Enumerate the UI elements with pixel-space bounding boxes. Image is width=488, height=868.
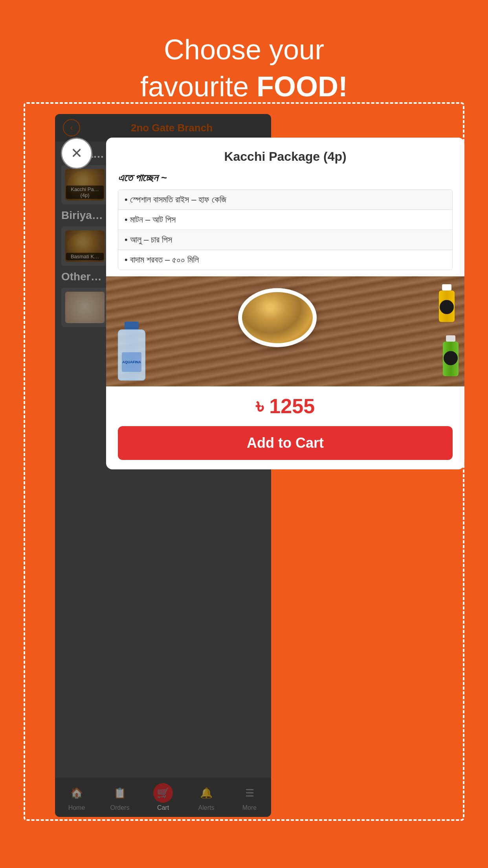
header-line1: Choose your <box>0 31 488 68</box>
bottle-green <box>441 335 460 379</box>
bottle-water: AQUAFINA <box>118 322 145 381</box>
bottle-water-cap <box>125 322 139 329</box>
item-row-3: • আলু – চার পিস <box>118 230 452 250</box>
bottle-yellow <box>437 284 457 324</box>
plate-food <box>242 292 313 343</box>
bottle-yellow-label <box>440 300 454 314</box>
food-image-area: AQUAFINA <box>106 276 464 386</box>
plate-oval <box>238 288 317 347</box>
header-line2: favourite FOOD! <box>0 68 488 105</box>
header-section: Choose your favourite FOOD! <box>0 31 488 105</box>
modal-card: Kacchi Package (4p) এতে পাচ্ছেন ~ • স্পে… <box>106 138 464 469</box>
bottle-green-body <box>443 342 459 376</box>
header-line2-bold: FOOD! <box>257 71 348 102</box>
modal-header: Kacchi Package (4p) এতে পাচ্ছেন ~ • স্পে… <box>106 138 464 276</box>
bottle-green-cap <box>446 335 455 342</box>
bottle-yellow-body <box>439 291 455 322</box>
close-icon: ✕ <box>71 145 83 162</box>
bottle-yellow-cap <box>442 284 451 291</box>
header-line2-regular: favourite <box>140 71 257 102</box>
biryani-plate <box>238 288 317 351</box>
add-to-cart-button[interactable]: Add to Cart <box>118 426 453 460</box>
items-list: • স্পেশাল বাসমতি রাইস – হাফ কেজি • মাটন … <box>118 189 453 270</box>
item-row-2: • মাটন – আট পিস <box>118 210 452 230</box>
bottle-green-label <box>444 351 458 365</box>
close-button[interactable]: ✕ <box>61 138 92 169</box>
bottle-water-body: AQUAFINA <box>118 329 145 381</box>
modal-subtitle: এতে পাচ্ছেন ~ <box>118 172 453 184</box>
item-row-1: • স্পেশাল বাসমতি রাইস – হাফ কেজি <box>118 190 452 210</box>
price-section: ৳ 1255 <box>106 386 464 426</box>
modal-title: Kacchi Package (4p) <box>118 149 453 164</box>
bottle-water-label: AQUAFINA <box>122 352 141 372</box>
price-text: ৳ 1255 <box>256 395 315 417</box>
item-row-4: • বাদাম শরবত – ৫০০ মিলি <box>118 250 452 270</box>
